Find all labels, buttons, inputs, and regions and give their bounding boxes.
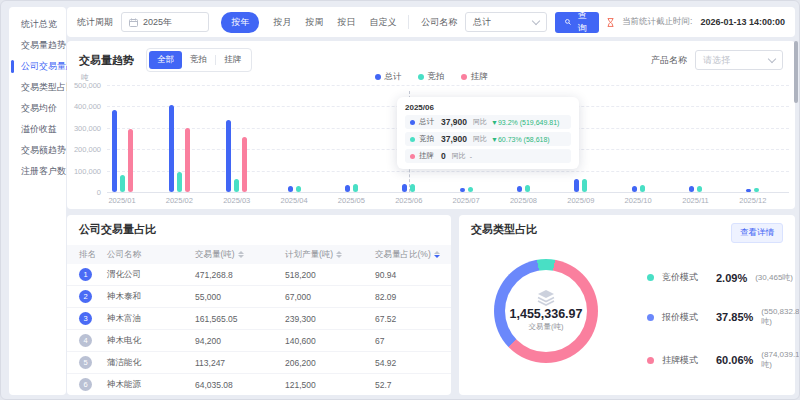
bar-总计-2025/04[interactable] — [288, 186, 293, 192]
donut-center-value: 1,455,336.97 — [510, 307, 583, 321]
sidebar-item[interactable]: 公司交易量占比 — [9, 56, 66, 77]
period-button[interactable]: 按年 — [221, 12, 259, 33]
donut-legend-item[interactable]: 挂牌模式60.06%(874,039.17吨) — [647, 350, 800, 370]
bar-挂牌-2025/02[interactable] — [185, 128, 190, 192]
x-tick-label: 2025/04 — [280, 196, 307, 205]
company-select[interactable]: 总计 — [465, 12, 547, 32]
tooltip-row: 竞拍37,900同比▼60.73% (58,618) — [405, 132, 571, 146]
legend-label: 总计 — [385, 71, 402, 83]
table-row[interactable]: 5蒲洁能化113,247206,20054.92 — [67, 352, 451, 374]
column-header[interactable]: 交易量(吨) — [195, 249, 285, 261]
donut-legend-detail: (874,039.17吨) — [761, 350, 800, 370]
share-cell: 67 — [375, 336, 451, 346]
bar-挂牌-2025/03[interactable] — [242, 137, 247, 192]
column-header-label: 交易量(吨) — [195, 249, 235, 261]
company-name-cell: 神木能源 — [107, 379, 195, 391]
bar-竞拍-2025/08[interactable] — [525, 185, 530, 192]
bar-总计-2025/11[interactable] — [689, 186, 694, 192]
column-header[interactable]: 交易量占比(%) — [375, 249, 451, 261]
legend-item[interactable]: 总计 — [375, 71, 402, 83]
company-name-cell: 蒲洁能化 — [107, 357, 195, 369]
table-row[interactable]: 4神木电化94,200140,60067 — [67, 330, 451, 352]
donut-legend-dot — [647, 314, 654, 321]
period-button[interactable]: 按月 — [273, 16, 291, 29]
bar-总计-2025/09[interactable] — [574, 179, 579, 192]
column-header: 排名 — [67, 249, 107, 261]
bar-挂牌-2025/01[interactable] — [128, 129, 133, 192]
legend-dot — [461, 74, 467, 80]
period-button[interactable]: 自定义 — [369, 16, 396, 29]
sidebar-item[interactable]: 溢价收益 — [9, 119, 66, 140]
trend-toggle-0[interactable]: 全部 — [149, 51, 182, 69]
tooltip-series-name: 总计 — [419, 117, 437, 127]
bar-总计-2025/07[interactable] — [460, 188, 465, 192]
bar-竞拍-2025/06[interactable] — [410, 184, 415, 192]
donut-legend-item[interactable]: 报价模式37.85%(550,832.8吨) — [647, 307, 800, 327]
legend-item[interactable]: 竞拍 — [418, 71, 445, 83]
legend-dot — [418, 74, 424, 80]
sidebar-item[interactable]: 统计总览 — [9, 14, 66, 35]
legend-label: 竞拍 — [428, 71, 445, 83]
bar-竞拍-2025/01[interactable] — [120, 175, 125, 192]
bar-竞拍-2025/02[interactable] — [177, 172, 182, 192]
sort-icon[interactable] — [238, 251, 244, 258]
period-label: 统计周期 — [77, 16, 113, 29]
period-button[interactable]: 按日 — [337, 16, 355, 29]
view-details-button[interactable]: 查看详情 — [731, 223, 783, 243]
rank-badge: 4 — [79, 334, 92, 347]
table-row[interactable]: 1渭化公司471,268.8518,20090.94 — [67, 264, 451, 286]
product-select[interactable]: 请选择 — [695, 50, 783, 70]
rank-cell: 3 — [67, 312, 107, 325]
table-row[interactable]: 2神木泰和55,00067,00082.09 — [67, 286, 451, 308]
bar-竞拍-2025/09[interactable] — [582, 179, 587, 192]
column-header-label: 计划产量(吨) — [285, 249, 333, 261]
trend-toggle-2[interactable]: 挂牌 — [216, 51, 249, 69]
sidebar-item[interactable]: 交易类型占比 — [9, 77, 66, 98]
legend-item[interactable]: 挂牌 — [461, 71, 488, 83]
donut-title: 交易类型占比 — [471, 222, 537, 237]
sort-down-arrow — [434, 255, 440, 258]
query-button-label: 查询 — [575, 9, 589, 35]
column-header-label: 交易量占比(%) — [375, 249, 431, 261]
x-tick-label: 2025/08 — [510, 196, 537, 205]
volume-cell: 471,268.8 — [195, 270, 285, 280]
gridline — [107, 171, 789, 172]
trend-chart-title: 交易量趋势 — [79, 53, 134, 68]
bar-总计-2025/02[interactable] — [169, 105, 174, 192]
bar-竞拍-2025/10[interactable] — [640, 185, 645, 192]
donut-legend-name: 挂牌模式 — [662, 354, 708, 367]
gridline — [107, 192, 789, 193]
bar-竞拍-2025/05[interactable] — [353, 184, 358, 192]
column-header: 公司名称 — [107, 249, 195, 261]
table-row[interactable]: 6神木能源64,035.08121,50052.7 — [67, 374, 451, 395]
donut-legend-name: 报价模式 — [662, 311, 708, 324]
sidebar-item[interactable]: 交易均价 — [9, 98, 66, 119]
bar-总计-2025/03[interactable] — [226, 120, 231, 192]
bar-总计-2025/01[interactable] — [112, 110, 117, 192]
sidebar-item[interactable]: 注册客户数 — [9, 161, 66, 182]
scrollbar-thumb[interactable] — [794, 41, 798, 103]
bar-总计-2025/08[interactable] — [517, 186, 522, 192]
bar-总计-2025/10[interactable] — [632, 186, 637, 192]
rank-badge: 3 — [79, 312, 92, 325]
bar-竞拍-2025/03[interactable] — [234, 179, 239, 192]
period-date-input[interactable]: 2025年 — [121, 12, 209, 32]
sort-icon[interactable] — [434, 251, 440, 258]
bar-竞拍-2025/07[interactable] — [468, 187, 473, 192]
bar-竞拍-2025/04[interactable] — [296, 186, 301, 192]
bar-总计-2025/05[interactable] — [345, 185, 350, 192]
period-button[interactable]: 按周 — [305, 16, 323, 29]
trend-toggle-1[interactable]: 竞拍 — [182, 51, 215, 69]
donut-center: 1,455,336.97 交易量(吨) — [505, 270, 587, 352]
donut-legend-item[interactable]: 竞价模式2.09%(30,465吨) — [647, 271, 800, 284]
bar-总计-2025/12[interactable] — [746, 189, 751, 193]
table-row[interactable]: 3神木富油161,565.05239,30067.52 — [67, 308, 451, 330]
sidebar-item[interactable]: 交易量趋势 — [9, 35, 66, 56]
column-header[interactable]: 计划产量(吨) — [285, 249, 375, 261]
query-button[interactable]: 查询 — [555, 12, 599, 33]
bar-总计-2025/06[interactable] — [402, 184, 407, 192]
x-tick-label: 2025/10 — [625, 196, 652, 205]
sidebar-item[interactable]: 交易额趋势 — [9, 140, 66, 161]
sort-icon[interactable] — [336, 251, 342, 258]
bar-竞拍-2025/11[interactable] — [697, 186, 702, 192]
